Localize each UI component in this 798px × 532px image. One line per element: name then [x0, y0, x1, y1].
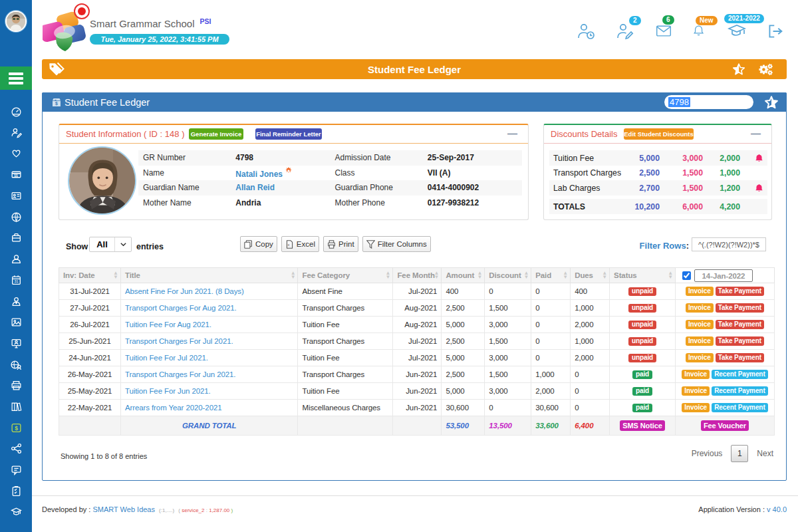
svg-text:$$: $$: [14, 174, 18, 178]
svg-text:$: $: [15, 424, 18, 431]
svg-text:$: $: [55, 101, 58, 106]
svg-text:31: 31: [14, 279, 18, 283]
svg-text:x: x: [287, 242, 289, 246]
